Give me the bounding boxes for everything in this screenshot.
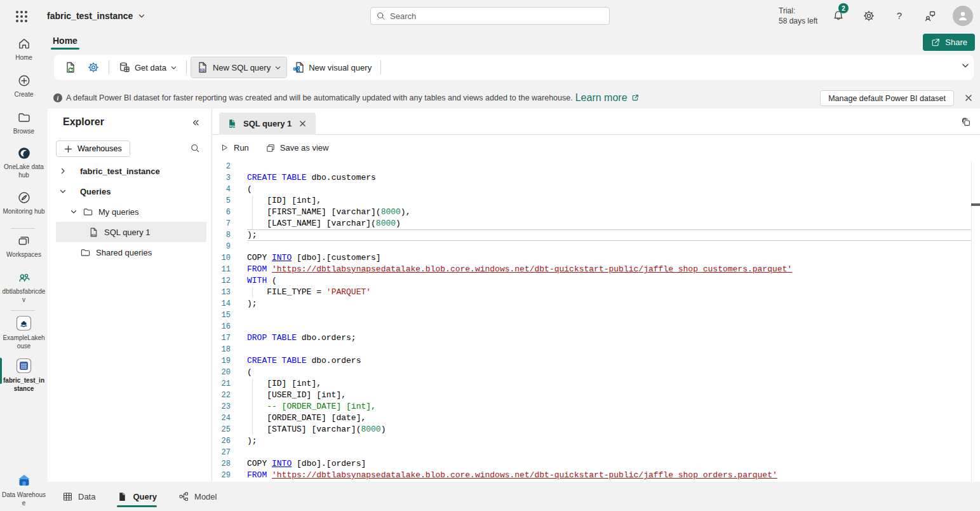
run-button[interactable]: Run (220, 143, 249, 153)
tree-item-queries[interactable]: Queries (56, 181, 206, 201)
new-sql-query-button[interactable]: SQL New SQL query (191, 57, 287, 78)
tree-item-my-queries[interactable]: My queries (56, 201, 206, 222)
top-bar: fabric_test_instance Trial: 58 days left… (0, 0, 980, 32)
line-number: 25 (212, 424, 231, 435)
help-button[interactable]: ? (889, 6, 910, 26)
line-number: 24 (212, 412, 231, 424)
search-box[interactable] (370, 7, 610, 25)
warehouse-icon (16, 358, 32, 374)
view-tab-query[interactable]: Query (117, 482, 157, 511)
tree-item-shared-queries[interactable]: Shared queries (56, 242, 206, 262)
code-line[interactable]: 25 [STATUS] [varchar](8000) (212, 424, 980, 435)
view-tab-model[interactable]: Model (178, 482, 217, 511)
home-icon (17, 37, 31, 51)
onelake-icon (17, 146, 31, 160)
code-line[interactable]: 22 [USER_ID] [int], (212, 390, 980, 401)
code-line[interactable]: 9 (212, 241, 980, 252)
notification-badge: 2 (838, 3, 849, 13)
close-tab-button[interactable] (297, 118, 308, 129)
manage-default-dataset-button[interactable]: Manage default Power BI dataset (820, 90, 954, 106)
code-line[interactable]: 26); (212, 435, 980, 447)
code-line[interactable]: 3CREATE TABLE dbo.customers (212, 172, 980, 184)
code-line[interactable]: 15 (212, 310, 980, 321)
workspace-name: fabric_test_instance (47, 11, 133, 21)
rail-item-examplelakehouse[interactable]: ExampleLakehouse (0, 315, 48, 350)
sql-editor[interactable]: 23CREATE TABLE dbo.customers4(5 [ID] [in… (212, 161, 980, 482)
rail-item-workspaces[interactable]: Workspaces (0, 234, 48, 259)
editor-overview-ruler[interactable] (971, 161, 980, 482)
query-settings-button[interactable] (82, 57, 105, 78)
tree-item-warehouse[interactable]: fabric_test_instance (56, 161, 206, 181)
chevron-down-icon (59, 187, 67, 195)
refresh-dataset-button[interactable] (59, 57, 82, 78)
code-line[interactable]: 23 -- [ORDER_DATE] [int], (212, 401, 980, 412)
code-line[interactable]: 5 [ID] [int], (212, 195, 980, 207)
code-line[interactable]: 19CREATE TABLE dbo.orders (212, 355, 980, 367)
query-document-icon (117, 491, 128, 502)
rail-item-create[interactable]: Create (0, 74, 48, 99)
new-visual-query-button[interactable]: New visual query (287, 57, 377, 78)
rail-item-dbtlabsfabricdev[interactable]: dbtlabsfabricdev (0, 271, 48, 304)
add-warehouses-button[interactable]: Warehouses (56, 140, 130, 157)
ribbon-collapse-button[interactable] (961, 61, 970, 70)
code-line[interactable]: 12WITH ( (212, 275, 980, 287)
code-lines: 23CREATE TABLE dbo.customers4(5 [ID] [in… (212, 161, 980, 481)
search-input[interactable] (390, 11, 604, 21)
share-button[interactable]: Share (923, 34, 975, 51)
trial-remaining: 58 days left (779, 16, 817, 26)
code-line[interactable]: 10COPY INTO [dbo].[customers] (212, 252, 980, 264)
get-data-button[interactable]: Get data (113, 57, 182, 78)
rail-item-browse[interactable]: Browse (0, 111, 48, 135)
line-number: 28 (212, 458, 231, 470)
tab-sql-query-1[interactable]: SQL SQL query 1 (219, 112, 316, 135)
view-tab-data[interactable]: Data (62, 482, 95, 511)
code-line[interactable]: 6 [FIRST_NAME] [varchar](8000), (212, 207, 980, 218)
left-nav-rail: Home Create Browse OneLake data hub Moni… (0, 32, 48, 511)
copy-button[interactable] (960, 116, 972, 128)
learn-more-link[interactable]: Learn more (575, 92, 628, 104)
code-line[interactable]: 14); (212, 298, 980, 310)
code-line[interactable]: 8); (212, 229, 980, 241)
code-line[interactable]: 28COPY INTO [dbo].[orders] (212, 458, 980, 470)
banner-close-button[interactable] (962, 92, 975, 104)
line-number: 6 (212, 207, 231, 218)
code-line[interactable]: 24 [ORDER_DATE] [date], (212, 412, 980, 424)
code-line[interactable]: 4( (212, 184, 980, 195)
feedback-icon (923, 10, 936, 22)
code-line[interactable]: 13 FILE_TYPE = 'PARQUET' (212, 287, 980, 298)
copy-icon (960, 116, 972, 128)
rail-item-monitoring-hub[interactable]: Monitoring hub (0, 191, 48, 215)
explorer-search-button[interactable] (190, 143, 200, 153)
tree-item-sql-query-1[interactable]: SQL SQL query 1 (56, 222, 206, 242)
code-line[interactable]: 18 (212, 344, 980, 355)
code-line[interactable]: 29FROM 'https://dbtlabsynapsedatalake.bl… (212, 470, 980, 481)
rail-item-fabric-test-instance[interactable]: fabric_test_instance (0, 358, 48, 393)
rail-item-onelake-data-hub[interactable]: OneLake data hub (0, 146, 48, 179)
menu-tab-row: Home Share (48, 32, 980, 53)
code-line[interactable]: 2 (212, 161, 980, 172)
save-as-view-button[interactable]: Save as view (265, 143, 329, 153)
code-line[interactable]: 27 (212, 447, 980, 458)
feedback-button[interactable] (920, 6, 940, 26)
line-number: 17 (212, 332, 231, 344)
rail-divider (11, 310, 35, 311)
code-line[interactable]: 11FROM 'https://dbtlabsynapsedatalake.bl… (212, 264, 980, 275)
person-icon (957, 10, 969, 22)
rail-item-data-warehouse[interactable]: Data Warehouse (0, 473, 48, 507)
code-line[interactable]: 17DROP TABLE dbo.orders; (212, 332, 980, 344)
code-line[interactable]: 21 [ID] [int], (212, 378, 980, 390)
settings-button[interactable] (859, 6, 879, 26)
code-line[interactable]: 16 (212, 321, 980, 332)
avatar[interactable] (953, 6, 973, 26)
code-line[interactable]: 20( (212, 367, 980, 378)
code-line[interactable]: 7 [LAST_NAME] [varchar](8000) (212, 218, 980, 229)
app-launcher-icon[interactable] (14, 9, 29, 24)
notifications-button[interactable]: 2 (828, 6, 849, 26)
line-number: 18 (212, 344, 231, 355)
collapse-panel-button[interactable] (191, 118, 200, 127)
rail-item-home[interactable]: Home (0, 37, 48, 62)
info-banner: i A default Power BI dataset for faster … (48, 87, 980, 109)
tab-home[interactable]: Home (53, 34, 77, 50)
workspace-switcher[interactable]: fabric_test_instance (47, 0, 145, 32)
line-number: 22 (212, 390, 231, 401)
